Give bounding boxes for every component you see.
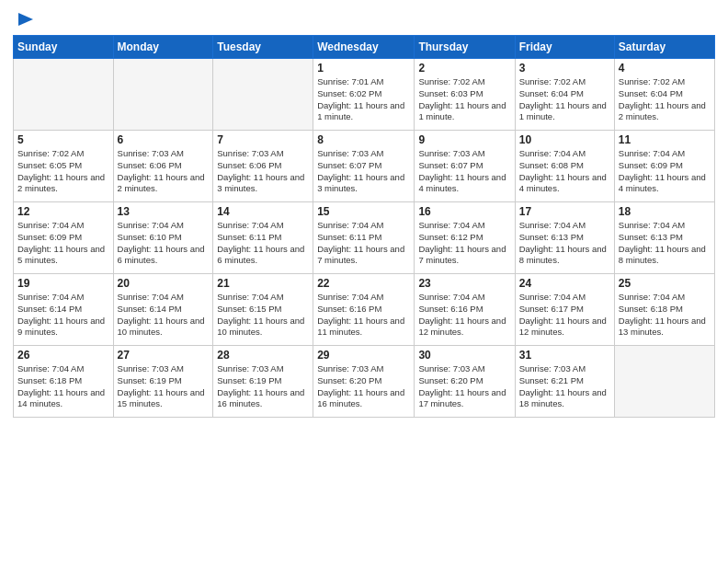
calendar-cell: 4 Sunrise: 7:02 AMSunset: 6:04 PMDayligh… <box>614 59 714 131</box>
day-number: 22 <box>317 277 410 290</box>
day-detail: Sunrise: 7:04 AMSunset: 6:16 PMDaylight:… <box>317 292 404 337</box>
day-detail: Sunrise: 7:03 AMSunset: 6:06 PMDaylight:… <box>118 148 205 193</box>
day-header-sunday: Sunday <box>14 36 114 59</box>
day-detail: Sunrise: 7:04 AMSunset: 6:13 PMDaylight:… <box>519 220 607 265</box>
week-row-0: 1 Sunrise: 7:01 AMSunset: 6:02 PMDayligh… <box>14 59 715 131</box>
day-detail: Sunrise: 7:04 AMSunset: 6:18 PMDaylight:… <box>619 292 706 337</box>
day-detail: Sunrise: 7:03 AMSunset: 6:19 PMDaylight:… <box>118 363 205 408</box>
day-detail: Sunrise: 7:04 AMSunset: 6:13 PMDaylight:… <box>619 220 706 265</box>
day-detail: Sunrise: 7:04 AMSunset: 6:09 PMDaylight:… <box>619 148 706 193</box>
calendar-cell: 11 Sunrise: 7:04 AMSunset: 6:09 PMDaylig… <box>614 131 714 202</box>
day-detail: Sunrise: 7:04 AMSunset: 6:10 PMDaylight:… <box>118 220 205 265</box>
day-detail: Sunrise: 7:04 AMSunset: 6:16 PMDaylight:… <box>418 292 506 337</box>
day-number: 19 <box>17 277 109 290</box>
day-detail: Sunrise: 7:04 AMSunset: 6:11 PMDaylight:… <box>217 220 304 265</box>
day-detail: Sunrise: 7:04 AMSunset: 6:12 PMDaylight:… <box>418 220 506 265</box>
logo <box>13 9 35 29</box>
day-number: 30 <box>418 349 510 362</box>
calendar-cell: 15 Sunrise: 7:04 AMSunset: 6:11 PMDaylig… <box>313 202 415 274</box>
day-number: 25 <box>619 277 711 290</box>
day-number: 12 <box>17 205 109 218</box>
week-row-3: 19 Sunrise: 7:04 AMSunset: 6:14 PMDaylig… <box>14 274 715 346</box>
day-number: 20 <box>118 277 210 290</box>
day-header-thursday: Thursday <box>415 36 515 59</box>
header <box>13 9 715 29</box>
calendar-cell: 19 Sunrise: 7:04 AMSunset: 6:14 PMDaylig… <box>14 274 114 346</box>
day-detail: Sunrise: 7:03 AMSunset: 6:21 PMDaylight:… <box>519 363 607 408</box>
calendar-cell: 29 Sunrise: 7:03 AMSunset: 6:20 PMDaylig… <box>313 346 415 418</box>
calendar-cell <box>213 59 313 131</box>
week-row-4: 26 Sunrise: 7:04 AMSunset: 6:18 PMDaylig… <box>14 346 715 418</box>
week-row-1: 5 Sunrise: 7:02 AMSunset: 6:05 PMDayligh… <box>14 131 715 202</box>
day-number: 15 <box>317 205 410 218</box>
calendar-cell <box>14 59 114 131</box>
day-header-friday: Friday <box>515 36 614 59</box>
calendar-cell: 30 Sunrise: 7:03 AMSunset: 6:20 PMDaylig… <box>415 346 515 418</box>
day-number: 9 <box>418 133 510 146</box>
day-number: 3 <box>519 62 610 75</box>
calendar-cell: 10 Sunrise: 7:04 AMSunset: 6:08 PMDaylig… <box>515 131 614 202</box>
calendar-cell: 8 Sunrise: 7:03 AMSunset: 6:07 PMDayligh… <box>313 131 415 202</box>
day-header-saturday: Saturday <box>614 36 714 59</box>
calendar-table: SundayMondayTuesdayWednesdayThursdayFrid… <box>13 35 715 418</box>
calendar-cell: 9 Sunrise: 7:03 AMSunset: 6:07 PMDayligh… <box>415 131 515 202</box>
week-row-2: 12 Sunrise: 7:04 AMSunset: 6:09 PMDaylig… <box>14 202 715 274</box>
day-detail: Sunrise: 7:03 AMSunset: 6:07 PMDaylight:… <box>317 148 404 193</box>
day-detail: Sunrise: 7:02 AMSunset: 6:04 PMDaylight:… <box>619 76 706 121</box>
day-number: 8 <box>317 133 410 146</box>
svg-marker-0 <box>18 13 33 26</box>
day-number: 16 <box>418 205 510 218</box>
day-number: 11 <box>619 133 711 146</box>
calendar-cell: 5 Sunrise: 7:02 AMSunset: 6:05 PMDayligh… <box>14 131 114 202</box>
calendar-cell: 3 Sunrise: 7:02 AMSunset: 6:04 PMDayligh… <box>515 59 614 131</box>
day-number: 21 <box>217 277 309 290</box>
calendar-cell: 14 Sunrise: 7:04 AMSunset: 6:11 PMDaylig… <box>213 202 313 274</box>
calendar-cell: 7 Sunrise: 7:03 AMSunset: 6:06 PMDayligh… <box>213 131 313 202</box>
day-detail: Sunrise: 7:01 AMSunset: 6:02 PMDaylight:… <box>317 76 404 121</box>
day-detail: Sunrise: 7:03 AMSunset: 6:19 PMDaylight:… <box>217 363 304 408</box>
day-number: 27 <box>118 349 210 362</box>
day-detail: Sunrise: 7:04 AMSunset: 6:08 PMDaylight:… <box>519 148 607 193</box>
calendar-cell: 20 Sunrise: 7:04 AMSunset: 6:14 PMDaylig… <box>113 274 213 346</box>
day-detail: Sunrise: 7:02 AMSunset: 6:04 PMDaylight:… <box>519 76 607 121</box>
calendar-header-row: SundayMondayTuesdayWednesdayThursdayFrid… <box>14 36 715 59</box>
calendar-cell: 17 Sunrise: 7:04 AMSunset: 6:13 PMDaylig… <box>515 202 614 274</box>
page: SundayMondayTuesdayWednesdayThursdayFrid… <box>0 0 728 563</box>
calendar-cell <box>614 346 714 418</box>
calendar-cell: 27 Sunrise: 7:03 AMSunset: 6:19 PMDaylig… <box>113 346 213 418</box>
day-detail: Sunrise: 7:03 AMSunset: 6:20 PMDaylight:… <box>317 363 404 408</box>
calendar-cell: 23 Sunrise: 7:04 AMSunset: 6:16 PMDaylig… <box>415 274 515 346</box>
day-detail: Sunrise: 7:02 AMSunset: 6:05 PMDaylight:… <box>17 148 105 193</box>
logo-flag-icon <box>15 9 35 29</box>
day-detail: Sunrise: 7:03 AMSunset: 6:07 PMDaylight:… <box>418 148 506 193</box>
day-number: 23 <box>418 277 510 290</box>
day-number: 17 <box>519 205 610 218</box>
day-detail: Sunrise: 7:03 AMSunset: 6:20 PMDaylight:… <box>418 363 506 408</box>
calendar-cell: 12 Sunrise: 7:04 AMSunset: 6:09 PMDaylig… <box>14 202 114 274</box>
calendar-cell: 22 Sunrise: 7:04 AMSunset: 6:16 PMDaylig… <box>313 274 415 346</box>
day-number: 24 <box>519 277 610 290</box>
day-detail: Sunrise: 7:04 AMSunset: 6:14 PMDaylight:… <box>17 292 105 337</box>
day-number: 18 <box>619 205 711 218</box>
day-number: 26 <box>17 349 109 362</box>
day-detail: Sunrise: 7:02 AMSunset: 6:03 PMDaylight:… <box>418 76 506 121</box>
day-number: 10 <box>519 133 610 146</box>
calendar-cell: 25 Sunrise: 7:04 AMSunset: 6:18 PMDaylig… <box>614 274 714 346</box>
calendar-cell: 28 Sunrise: 7:03 AMSunset: 6:19 PMDaylig… <box>213 346 313 418</box>
day-detail: Sunrise: 7:04 AMSunset: 6:09 PMDaylight:… <box>17 220 105 265</box>
calendar-cell: 26 Sunrise: 7:04 AMSunset: 6:18 PMDaylig… <box>14 346 114 418</box>
day-detail: Sunrise: 7:04 AMSunset: 6:15 PMDaylight:… <box>217 292 304 337</box>
calendar-cell: 16 Sunrise: 7:04 AMSunset: 6:12 PMDaylig… <box>415 202 515 274</box>
day-detail: Sunrise: 7:04 AMSunset: 6:18 PMDaylight:… <box>17 363 105 408</box>
day-detail: Sunrise: 7:04 AMSunset: 6:11 PMDaylight:… <box>317 220 404 265</box>
calendar-cell: 18 Sunrise: 7:04 AMSunset: 6:13 PMDaylig… <box>614 202 714 274</box>
day-detail: Sunrise: 7:04 AMSunset: 6:14 PMDaylight:… <box>118 292 205 337</box>
day-number: 29 <box>317 349 410 362</box>
day-number: 13 <box>118 205 210 218</box>
calendar-cell: 1 Sunrise: 7:01 AMSunset: 6:02 PMDayligh… <box>313 59 415 131</box>
day-number: 5 <box>17 133 109 146</box>
day-number: 1 <box>317 62 410 75</box>
calendar-cell <box>113 59 213 131</box>
calendar-cell: 2 Sunrise: 7:02 AMSunset: 6:03 PMDayligh… <box>415 59 515 131</box>
calendar-cell: 13 Sunrise: 7:04 AMSunset: 6:10 PMDaylig… <box>113 202 213 274</box>
